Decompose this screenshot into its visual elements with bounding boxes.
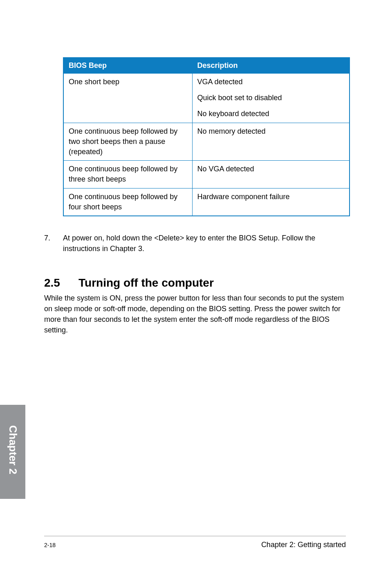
table-cell-desc: Hardware component failure — [192, 188, 350, 216]
section-title: Turning off the computer — [78, 276, 214, 290]
chapter-tab: Chapter 2 — [0, 405, 25, 499]
table-cell-desc: No memory detected — [192, 123, 350, 161]
step-text: At power on, hold down the <Delete> key … — [63, 233, 346, 254]
table-header-description: Description — [192, 58, 350, 74]
table-cell-beep: One short beep — [63, 74, 192, 123]
table-row: One short beep VGA detected Quick boot s… — [63, 74, 350, 123]
table-cell-desc: VGA detected Quick boot set to disabled … — [192, 74, 350, 123]
table-cell-beep: One continuous beep followed by four sho… — [63, 188, 192, 216]
page-footer: 2-18 Chapter 2: Getting started — [44, 536, 346, 549]
desc-line: VGA detected — [197, 77, 345, 87]
section-heading: 2.5 Turning off the computer — [44, 276, 346, 290]
section-number: 2.5 — [44, 276, 78, 290]
table-cell-desc: No VGA detected — [192, 161, 350, 188]
step-number: 7. — [44, 233, 63, 254]
bios-beep-table: BIOS Beep Description One short beep VGA… — [63, 57, 350, 216]
table-row: One continuous beep followed by four sho… — [63, 188, 350, 216]
desc-line: Quick boot set to disabled — [197, 93, 345, 103]
page-number: 2-18 — [44, 542, 56, 548]
footer-title: Chapter 2: Getting started — [261, 541, 346, 549]
step-7: 7. At power on, hold down the <Delete> k… — [44, 233, 346, 254]
section-body: While the system is ON, press the power … — [44, 293, 346, 335]
table-cell-beep: One continuous beep followed by three sh… — [63, 161, 192, 188]
desc-line: No keyboard detected — [197, 109, 345, 119]
table-cell-beep: One continuous beep followed by two shor… — [63, 123, 192, 161]
table-row: One continuous beep followed by three sh… — [63, 161, 350, 188]
table-row: One continuous beep followed by two shor… — [63, 123, 350, 161]
table-header-beep: BIOS Beep — [63, 58, 192, 74]
